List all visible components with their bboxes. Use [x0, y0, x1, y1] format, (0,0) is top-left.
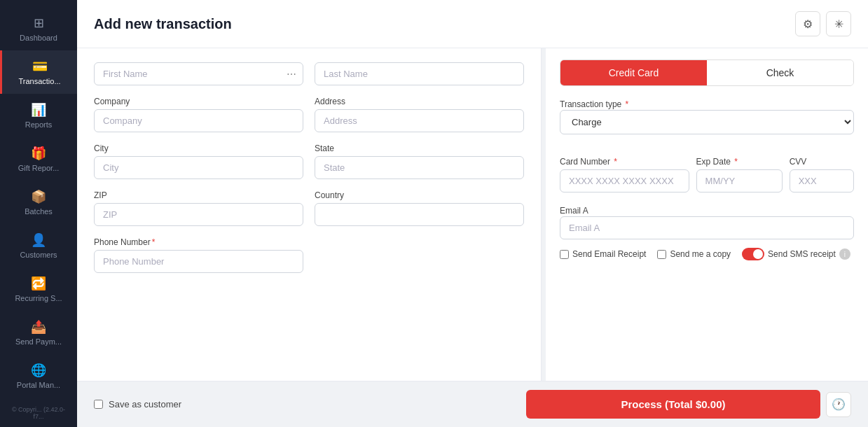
sidebar-item-label: Customers — [20, 251, 57, 259]
company-input[interactable] — [94, 109, 303, 132]
state-label: State — [315, 144, 524, 153]
sidebar-item-label: Recurring S... — [15, 294, 62, 302]
phone-input[interactable] — [94, 250, 303, 273]
sidebar-item-portal[interactable]: 🌐 Portal Man... — [0, 354, 77, 398]
reports-icon: 📊 — [31, 102, 46, 118]
exp-date-input[interactable] — [696, 169, 783, 192]
city-input[interactable] — [94, 156, 303, 179]
sidebar: ⊞ Dashboard 💳 Transactio... 📊 Reports 🎁 … — [0, 0, 77, 427]
address-input[interactable] — [315, 109, 524, 132]
zip-input[interactable] — [94, 203, 303, 226]
send-me-copy-input[interactable] — [657, 250, 666, 259]
cvv-label: CVV — [790, 157, 854, 167]
first-name-group: ⋯ — [94, 62, 303, 85]
first-name-input[interactable] — [94, 62, 303, 85]
sidebar-item-label: Batches — [25, 207, 53, 216]
sidebar-item-label: Gift Repor... — [18, 164, 60, 172]
sidebar-item-batches[interactable]: 📦 Batches — [0, 181, 77, 224]
country-group: Country — [315, 190, 524, 226]
save-customer-input[interactable] — [94, 400, 103, 409]
send-me-copy-checkbox[interactable]: Send me a copy — [657, 249, 731, 259]
city-label: City — [94, 144, 303, 153]
bottom-bar: Save as customer Process (Total $0.00) 🕐 — [77, 381, 868, 427]
payment-tabs: Credit Card Check — [560, 59, 854, 86]
cvv-input[interactable] — [790, 169, 854, 192]
address-label: Address — [315, 97, 524, 106]
name-row: ⋯ — [94, 62, 524, 85]
sidebar-item-label: Transactio... — [18, 77, 60, 85]
sidebar-item-transactions[interactable]: 💳 Transactio... — [0, 50, 77, 94]
save-customer-checkbox[interactable]: Save as customer — [94, 399, 181, 410]
zip-group: ZIP — [94, 190, 303, 226]
left-form-panel: ⋯ Company Address — [77, 48, 542, 381]
sidebar-item-label: Dashboard — [20, 34, 57, 42]
clock-icon: 🕐 — [832, 398, 846, 411]
sidebar-item-customers[interactable]: 👤 Customers — [0, 224, 77, 267]
zip-country-row: ZIP Country — [94, 190, 524, 226]
company-label: Company — [94, 97, 303, 106]
company-group: Company — [94, 97, 303, 132]
country-label: Country — [315, 190, 524, 200]
send-email-receipt-checkbox[interactable]: Send Email Receipt — [560, 249, 646, 259]
check-tab[interactable]: Check — [707, 60, 853, 85]
customers-icon: 👤 — [31, 232, 46, 248]
credit-card-tab[interactable]: Credit Card — [560, 60, 707, 85]
email-group: Email A — [560, 204, 854, 239]
state-input[interactable] — [315, 156, 524, 179]
transaction-type-label: Transaction type * — [560, 99, 628, 109]
content-area: ⋯ Company Address — [77, 48, 868, 381]
transaction-type-group: Transaction type * Charge — [560, 97, 854, 146]
sparkle-button[interactable]: ✳ — [826, 11, 851, 36]
page-title: Add new transaction — [94, 16, 232, 32]
email-input[interactable] — [560, 216, 854, 239]
sidebar-item-gift-reports[interactable]: 🎁 Gift Repor... — [0, 137, 77, 181]
zip-label: ZIP — [94, 190, 303, 200]
phone-spacer — [315, 237, 524, 273]
sparkle-icon: ✳ — [834, 18, 843, 31]
city-state-row: City State — [94, 144, 524, 179]
recurring-icon: 🔁 — [31, 276, 46, 291]
header-actions: ⚙ ✳ — [795, 11, 851, 36]
send-sms-receipt-group: Send SMS receipt i — [742, 248, 850, 260]
sidebar-item-recurring[interactable]: 🔁 Recurring S... — [0, 267, 77, 311]
sms-toggle[interactable] — [742, 248, 764, 260]
email-label: Email A — [560, 206, 588, 216]
card-number-label: Card Number * — [560, 157, 689, 167]
card-number-group: Card Number * — [560, 157, 689, 192]
sidebar-item-dashboard[interactable]: ⊞ Dashboard — [0, 7, 77, 50]
phone-required: * — [152, 237, 156, 247]
send-payment-icon: 📤 — [31, 319, 46, 335]
last-name-group — [315, 62, 524, 85]
phone-label: Phone Number* — [94, 237, 303, 247]
city-group: City — [94, 144, 303, 179]
state-group: State — [315, 144, 524, 179]
sidebar-item-label: Send Paym... — [15, 337, 62, 346]
batches-icon: 📦 — [31, 189, 46, 204]
company-address-row: Company Address — [94, 97, 524, 132]
portal-icon: 🌐 — [31, 363, 46, 378]
phone-row: Phone Number* — [94, 237, 524, 273]
receipt-options-row: Send Email Receipt Send me a copy Send S… — [560, 248, 854, 260]
sidebar-item-label: Portal Man... — [17, 381, 60, 389]
settings-button[interactable]: ⚙ — [795, 11, 820, 36]
main-container: Add new transaction ⚙ ✳ ⋯ — [77, 0, 868, 427]
last-name-input[interactable] — [315, 62, 524, 85]
person-search-icon[interactable]: ⋯ — [287, 69, 296, 80]
country-input[interactable] — [315, 203, 524, 226]
address-group: Address — [315, 97, 524, 132]
clock-button[interactable]: 🕐 — [826, 392, 851, 417]
sms-info-icon[interactable]: i — [839, 248, 850, 260]
sidebar-item-reports[interactable]: 📊 Reports — [0, 94, 77, 137]
transaction-type-select[interactable]: Charge — [560, 110, 854, 134]
exp-date-label: Exp Date * — [696, 157, 783, 167]
page-header: Add new transaction ⚙ ✳ — [77, 0, 868, 48]
process-button[interactable]: Process (Total $0.00) — [526, 390, 820, 419]
send-email-receipt-input[interactable] — [560, 250, 569, 259]
sidebar-item-send-payment[interactable]: 📤 Send Paym... — [0, 311, 77, 354]
card-number-input[interactable] — [560, 169, 689, 192]
card-fields-row: Card Number * Exp Date * CVV — [560, 157, 854, 192]
phone-group: Phone Number* — [94, 237, 303, 273]
sidebar-item-label: Reports — [25, 120, 53, 129]
right-form-panel: Credit Card Check Transaction type * Cha… — [546, 48, 868, 381]
gift-icon: 🎁 — [31, 146, 46, 161]
